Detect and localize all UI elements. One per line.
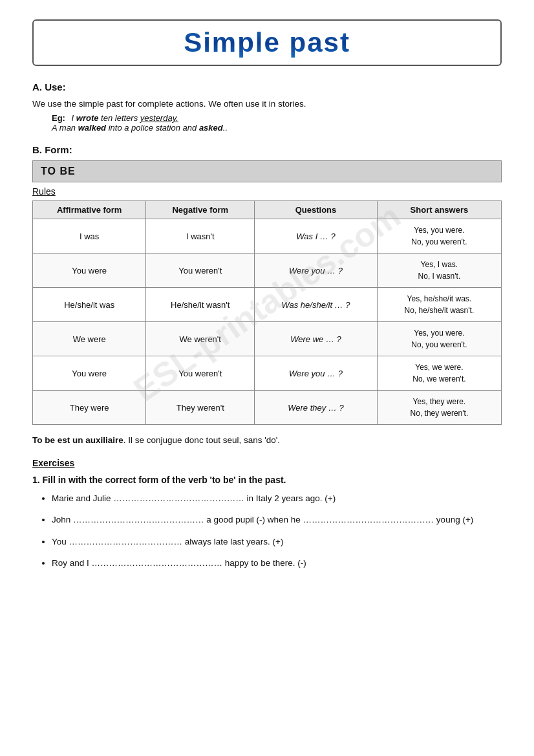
cell-short-answers: Yes, they were.No, they weren't. xyxy=(377,391,501,425)
to-be-label: TO BE xyxy=(41,166,76,177)
rules-label: Rules xyxy=(32,186,502,197)
table-row: They wereThey weren'tWere they … ?Yes, t… xyxy=(33,391,502,425)
col-affirmative: Affirmative form xyxy=(33,201,146,219)
page-title: Simple past xyxy=(184,27,350,58)
cell-short-answers: Yes, you were.No, you weren't. xyxy=(377,219,501,254)
cell-short-answers: Yes, you were.No, you weren't. xyxy=(377,322,501,356)
cell-negative: You weren't xyxy=(146,254,255,288)
cell-question: Were we … ? xyxy=(255,322,378,356)
examples-block: Eg: I wrote ten letters yesterday. A man… xyxy=(32,113,502,133)
note-text: To be est un auxiliaire. Il se conjugue … xyxy=(32,434,502,447)
table-row: We wereWe weren'tWere we … ?Yes, you wer… xyxy=(33,322,502,356)
cell-affirmative: You were xyxy=(33,254,146,288)
col-questions: Questions xyxy=(255,201,378,219)
form-heading-label: B. Form: xyxy=(32,144,72,155)
cell-negative: I wasn't xyxy=(146,219,255,254)
list-item: Marie and Julie ……………………………………… in Italy… xyxy=(52,491,502,506)
grammar-table: Affirmative form Negative form Questions… xyxy=(32,200,502,425)
example-1-line: Eg: I wrote ten letters yesterday. xyxy=(52,113,502,123)
table-row: I wasI wasn'tWas I … ?Yes, you were.No, … xyxy=(33,219,502,254)
cell-question: Was he/she/it … ? xyxy=(255,288,378,322)
title-box: Simple past xyxy=(32,19,502,66)
use-description: We use the simple past for complete acti… xyxy=(32,98,502,111)
exercises-section: Exercises 1. Fill in with the correct fo… xyxy=(32,458,502,570)
cell-short-answers: Yes, I was.No, I wasn't. xyxy=(377,254,501,288)
example-1: I wrote ten letters yesterday. xyxy=(72,113,178,123)
exercises-heading: Exercises xyxy=(32,458,502,468)
note-bold-part: To be est un auxiliaire xyxy=(32,435,123,445)
use-heading: A. Use: xyxy=(32,81,502,92)
form-heading: B. Form: xyxy=(32,144,502,155)
note-rest: . Il se conjugue donc tout seul, sans 'd… xyxy=(123,435,280,445)
cell-question: Was I … ? xyxy=(255,219,378,254)
table-row: You wereYou weren'tWere you … ?Yes, I wa… xyxy=(33,254,502,288)
table-header-row: Affirmative form Negative form Questions… xyxy=(33,201,502,219)
cell-affirmative: I was xyxy=(33,219,146,254)
cell-short-answers: Yes, he/she/it was.No, he/she/it wasn't. xyxy=(377,288,501,322)
cell-affirmative: He/she/it was xyxy=(33,288,146,322)
col-short-answers: Short answers xyxy=(377,201,501,219)
cell-question: Were you … ? xyxy=(255,356,378,391)
list-item: John ……………………………………… a good pupil (-) wh… xyxy=(52,513,502,527)
form-section: B. Form: TO BE Rules Affirmative form Ne… xyxy=(32,144,502,447)
eg-label: Eg: xyxy=(52,113,65,123)
cell-negative: We weren't xyxy=(146,322,255,356)
table-row: You wereYou weren'tWere you … ?Yes, we w… xyxy=(33,356,502,391)
cell-question: Were you … ? xyxy=(255,254,378,288)
to-be-box: TO BE xyxy=(32,160,502,182)
exercise-1-title: 1. Fill in with the correct form of the … xyxy=(32,475,502,485)
cell-question: Were they … ? xyxy=(255,391,378,425)
table-row: He/she/it wasHe/she/it wasn'tWas he/she/… xyxy=(33,288,502,322)
cell-affirmative: They were xyxy=(33,391,146,425)
cell-negative: They weren't xyxy=(146,391,255,425)
cell-affirmative: You were xyxy=(33,356,146,391)
col-negative: Negative form xyxy=(146,201,255,219)
use-section: A. Use: We use the simple past for compl… xyxy=(32,81,502,133)
cell-short-answers: Yes, we were.No, we weren't. xyxy=(377,356,501,391)
cell-negative: He/she/it wasn't xyxy=(146,288,255,322)
list-item: Roy and I ……………………………………… happy to be th… xyxy=(52,556,502,570)
example-2-line: A man walked into a police station and a… xyxy=(52,123,502,133)
list-item: You ………………………………… always late last years… xyxy=(52,535,502,549)
exercise-1-list: Marie and Julie ……………………………………… in Italy… xyxy=(32,491,502,570)
example-2: A man walked into a police station and a… xyxy=(52,123,228,133)
cell-negative: You weren't xyxy=(146,356,255,391)
cell-affirmative: We were xyxy=(33,322,146,356)
use-heading-label: A. Use: xyxy=(32,81,66,92)
